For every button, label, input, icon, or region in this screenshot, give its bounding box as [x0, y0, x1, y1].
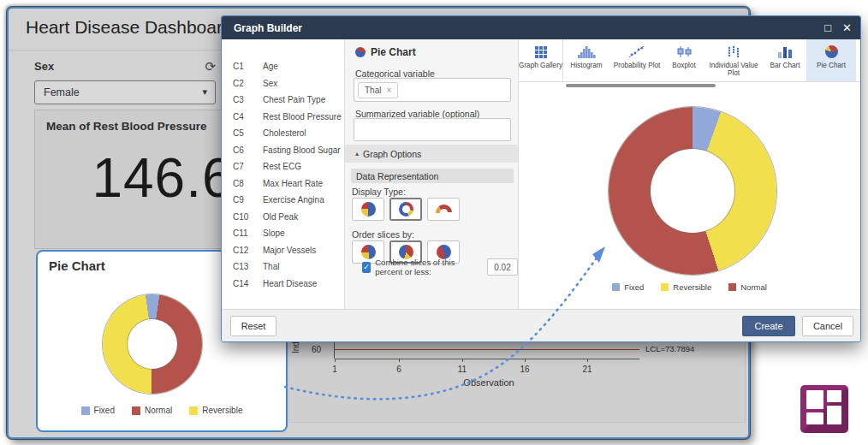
individual-value-plot-icon: [726, 44, 741, 58]
control-chart-y-tick: 60: [312, 345, 321, 354]
column-row[interactable]: C11Slope: [222, 225, 344, 242]
column-row[interactable]: C5Cholesterol: [222, 125, 344, 142]
x-tick-mark: [399, 359, 400, 362]
donut-hole: [128, 319, 177, 369]
refresh-icon[interactable]: ⟳: [205, 60, 216, 73]
x-tick-label: 1: [326, 365, 343, 374]
column-row[interactable]: C12Major Vessels: [222, 242, 344, 259]
legend-item: Reversible: [189, 406, 242, 415]
create-button[interactable]: Create: [742, 316, 795, 336]
column-list: C1AgeC2SexC3Chest Pain TypeC4Rest Blood …: [222, 39, 344, 309]
sex-dropdown[interactable]: Female ▾: [34, 80, 216, 104]
gallery-item-scatterplot[interactable]: Scatterplot: [856, 39, 860, 81]
donut-hole: [651, 149, 734, 233]
settings-header: Pie Chart: [355, 46, 416, 58]
combine-slices-row: ✓ Combine slices of this percent or less…: [362, 258, 518, 276]
reset-button[interactable]: Reset: [230, 316, 276, 336]
lcl-label: LCL=73.7894: [645, 344, 694, 353]
gallery-item-pie-chart[interactable]: Pie Chart: [806, 39, 856, 81]
legend-swatch: [81, 406, 90, 415]
display-type-pie-button[interactable]: [352, 198, 384, 221]
gallery-item-bar-chart[interactable]: Bar Chart: [764, 39, 806, 81]
dashboard-donut-chart: [103, 294, 202, 394]
bar-chart-icon: [776, 44, 794, 58]
legend-item: Fixed: [612, 282, 644, 292]
x-tick-mark: [335, 359, 336, 362]
control-chart-x-axis-label: Observation: [433, 377, 544, 388]
legend-swatch: [728, 283, 736, 291]
display-type-label: Display Type:: [352, 187, 406, 197]
display-type-arc-button[interactable]: [427, 198, 460, 221]
dashboard-donut-legend: Fixed Normal Reversible: [38, 406, 286, 415]
column-row[interactable]: C3Chest Pain Type: [222, 92, 344, 109]
variable-chip[interactable]: Thal ×: [358, 82, 398, 98]
legend-swatch: [189, 406, 198, 415]
pie-chart-icon: [825, 44, 838, 58]
page-title: Heart Disease Dashboard: [26, 17, 233, 38]
legend-item: Fixed: [81, 406, 115, 415]
x-tick-label: 6: [390, 365, 407, 374]
column-row[interactable]: C4Rest Blood Pressure: [222, 109, 344, 126]
lcl-line: [335, 349, 639, 350]
preview-donut-chart: [609, 107, 776, 275]
caret-down-icon: ▾: [202, 86, 207, 98]
gallery-item-probability-plot[interactable]: Probability Plot: [609, 39, 664, 81]
column-row[interactable]: C6Fasting Blood Sugar: [222, 142, 344, 159]
gallery-item-graph-gallery[interactable]: Graph Gallery: [519, 39, 563, 81]
grid-icon: [535, 44, 547, 58]
gallery-scrollbar[interactable]: [566, 84, 716, 87]
x-tick-label: 11: [454, 365, 471, 374]
column-row[interactable]: C10Old Peak: [222, 209, 344, 226]
filter-label: Sex: [34, 60, 54, 73]
combine-percent-input[interactable]: [487, 258, 518, 276]
dialog-titlebar[interactable]: Graph Builder □ ✕: [222, 16, 860, 39]
cancel-button[interactable]: Cancel: [802, 316, 853, 336]
screenshot-root: Heart Disease Dashboard Sex ⟳ Female ▾ M…: [0, 0, 868, 445]
x-tick-mark: [462, 359, 463, 362]
dialog-title: Graph Builder: [234, 22, 302, 34]
column-row[interactable]: C7Rest ECG: [222, 158, 344, 175]
gallery-item-individual-value-plot[interactable]: Individual Value Plot: [704, 39, 764, 81]
display-type-donut-button[interactable]: [389, 198, 422, 221]
legend-swatch: [612, 283, 620, 291]
pie-icon: [361, 202, 376, 217]
graph-options-section[interactable]: ▴ Graph Options: [345, 145, 518, 163]
legend-item: Reversible: [661, 282, 711, 292]
collapse-icon: ▴: [355, 150, 359, 157]
graph-preview-area: Graph Gallery Histogram Probability Plot: [519, 39, 860, 309]
categorical-variable-input[interactable]: Thal ×: [354, 78, 511, 102]
pie-chart-icon: [355, 47, 366, 57]
legend-swatch: [132, 406, 140, 415]
chip-remove-icon[interactable]: ×: [386, 86, 391, 95]
sex-filter: Sex ⟳ Female ▾: [34, 56, 216, 104]
combine-checkbox[interactable]: ✓: [362, 262, 371, 273]
maximize-icon[interactable]: □: [824, 22, 831, 33]
graph-builder-dialog: Graph Builder □ ✕ C1AgeC2SexC3Chest Pain…: [221, 15, 861, 342]
control-chart-x-axis: [335, 359, 639, 359]
legend-item: Normal: [728, 282, 767, 292]
summarized-variable-input[interactable]: [354, 118, 511, 141]
legend-swatch: [661, 283, 669, 291]
legend-item: Normal: [132, 406, 172, 415]
histogram-icon: [576, 44, 597, 58]
gallery-item-histogram[interactable]: Histogram: [563, 39, 609, 81]
x-tick-label: 16: [516, 365, 533, 374]
half-donut-icon: [436, 205, 452, 214]
close-icon[interactable]: ✕: [842, 22, 852, 33]
graph-gallery-toolbar: Graph Gallery Histogram Probability Plot: [519, 39, 860, 82]
x-tick-label: 21: [579, 365, 596, 374]
column-row[interactable]: C1Age: [222, 58, 344, 75]
probability-plot-icon: [628, 44, 645, 58]
sex-dropdown-value: Female: [44, 86, 80, 98]
column-row[interactable]: C9Exercise Angina: [222, 192, 344, 209]
settings-panel: Pie Chart Categorical variable Thal × Su…: [344, 39, 519, 309]
preview-donut-legend: Fixed Reversible Normal: [519, 282, 860, 292]
gallery-item-boxplot[interactable]: Boxplot: [664, 39, 704, 81]
column-row[interactable]: C14Heart Disease: [222, 276, 344, 293]
column-row[interactable]: C8Max Heart Rate: [222, 175, 344, 193]
donut-icon: [399, 202, 413, 217]
column-row[interactable]: C2Sex: [222, 75, 344, 92]
column-row[interactable]: C13Thal: [222, 258, 344, 276]
data-representation-header: Data Representation: [351, 169, 514, 183]
x-tick-mark: [587, 359, 588, 362]
